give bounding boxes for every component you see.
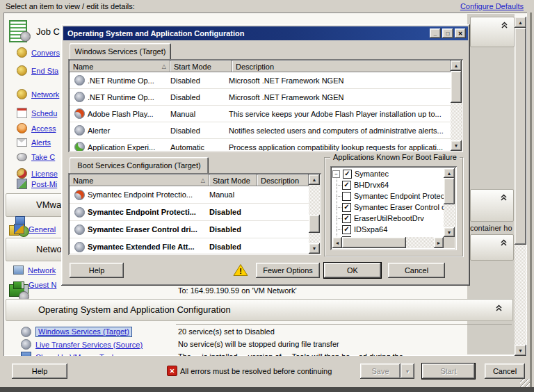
checkbox[interactable] [342, 192, 351, 201]
sidebar-item-conversion[interactable]: Convers [17, 47, 60, 58]
scroll-up-button[interactable]: ▲ [309, 174, 320, 185]
tab-windows-services[interactable]: Windows Services (Target) [70, 43, 171, 59]
start-button[interactable]: Start [422, 364, 475, 379]
table-row[interactable]: .NET Runtime Op... Disabled Microsoft .N… [70, 89, 451, 106]
checkbox[interactable]: ✓ [342, 203, 351, 212]
table-row[interactable]: Adobe Flash Play... Manual This service … [70, 106, 451, 122]
save-dropdown-button[interactable]: ▼ [400, 364, 414, 379]
tree-item[interactable]: ✓ IDSxpa64 [332, 224, 387, 235]
scrollbar-thumb[interactable] [342, 237, 406, 248]
tree-item-root[interactable]: − ✓ Symantec [332, 168, 389, 179]
sidebar-item-take-control[interactable]: Take C [17, 153, 55, 161]
minimize-button[interactable]: _ [430, 28, 441, 38]
tree-item[interactable]: ✓ EraserUtilRebootDrv [332, 213, 424, 224]
sidebar-link-label[interactable]: Convers [31, 49, 60, 57]
os-row-clipped[interactable]: Clean Up VMware Tools [21, 352, 118, 356]
sidebar-item-post-migration[interactable]: Post-Mi [17, 179, 57, 189]
chevron-collapse-icon[interactable] [500, 194, 508, 202]
close-button[interactable]: ✕ [455, 28, 466, 38]
chevron-collapse-icon[interactable] [501, 22, 508, 29]
sidebar-item-schedule[interactable]: Schedu [17, 108, 57, 118]
sidebar-link-label[interactable]: Take C [31, 153, 55, 161]
sidebar-link-label[interactable]: Alerts [31, 138, 51, 147]
scrollbar-thumb[interactable] [309, 215, 320, 233]
help-button[interactable]: Help [12, 364, 67, 379]
checkbox[interactable]: ✓ [343, 170, 352, 179]
configure-defaults-link[interactable]: Configure Defaults [460, 2, 524, 10]
tree-vertical-scrollbar[interactable]: ▲ ▼ [444, 168, 455, 237]
table-row[interactable]: Application Experi... Automatic Process … [70, 139, 451, 151]
column-header-name[interactable]: Name△ [70, 60, 170, 72]
general-link-label[interactable]: General [29, 225, 56, 234]
sidebar-link-label[interactable]: Schedu [31, 109, 57, 117]
collapse-panel-network[interactable] [470, 234, 514, 261]
sidebar-link-label[interactable]: Network [31, 90, 59, 99]
dialog-help-button[interactable]: Help [70, 263, 124, 278]
sidebar-item-network[interactable]: Network [17, 89, 59, 99]
tree-item[interactable]: ✓ Symantec Eraser Control c [332, 202, 444, 213]
checkbox[interactable]: ✓ [342, 181, 351, 190]
table-row[interactable]: Symantec Endpoint Protectio... Manual [70, 186, 309, 204]
tree-item[interactable]: Symantec Endpoint Protec [332, 190, 444, 202]
column-header-name[interactable]: Name△ [70, 174, 209, 186]
dialog-cancel-button[interactable]: Cancel [388, 263, 445, 278]
scroll-right-button[interactable]: ► [434, 237, 444, 248]
tree-horizontal-scrollbar[interactable]: ◄ ► [332, 237, 444, 248]
scrollbar-thumb[interactable] [451, 71, 462, 103]
scroll-down-button[interactable]: ▼ [515, 345, 526, 356]
tab-boot-services[interactable]: Boot Services Configuration (Target) [70, 157, 209, 173]
link-general[interactable]: General [14, 224, 56, 234]
chevron-collapse-icon[interactable] [500, 239, 508, 247]
link-guest-nic[interactable]: Guest N [13, 281, 56, 289]
column-header-description[interactable]: Description [257, 174, 309, 186]
table-row[interactable]: Symantec Extended File Att... Disabled [70, 238, 309, 254]
scroll-left-button[interactable]: ◄ [332, 237, 342, 248]
windows-services-link[interactable]: Windows Services (Target) [38, 327, 129, 336]
table-row[interactable]: Symantec Endpoint Protecti... Disabled [70, 204, 309, 221]
scroll-down-button[interactable]: ▼ [444, 227, 455, 237]
scroll-up-button[interactable]: ▲ [515, 17, 526, 28]
selected-item-box[interactable]: Windows Services (Target) [35, 327, 132, 337]
sidebar-link-label[interactable]: Access [31, 124, 56, 133]
live-transfer-link[interactable]: Live Transfer Services (Source) [35, 341, 143, 349]
fewer-options-button[interactable]: Fewer Options [256, 263, 320, 278]
table-row[interactable]: Symantec Eraser Control dri... Disabled [70, 221, 309, 238]
os-row-windows-services[interactable]: Windows Services (Target) [21, 327, 132, 337]
sidebar-link-label[interactable]: Post-Mi [31, 180, 57, 188]
table-row[interactable]: Alerter Disabled Notifies selected users… [70, 122, 451, 139]
network-link-label[interactable]: Network [28, 266, 56, 275]
sidebar-link-label[interactable]: End Sta [31, 67, 58, 75]
checkbox[interactable]: ✓ [342, 225, 351, 234]
sidebar-item-license[interactable]: License [17, 168, 58, 179]
save-button[interactable]: Save [360, 364, 400, 379]
scrollbar-thumb[interactable] [515, 28, 526, 245]
ok-button[interactable]: OK [324, 263, 381, 278]
scroll-down-button[interactable]: ▼ [309, 243, 320, 254]
services-scrollbar[interactable]: ▲ ▼ [451, 60, 462, 151]
checkbox[interactable]: ✓ [342, 214, 351, 223]
collapse-panel-vmware[interactable] [470, 189, 514, 222]
clipped-row-link[interactable]: Clean Up VMware Tools [35, 353, 118, 357]
tree-item[interactable]: ✓ BHDrvx64 [332, 179, 389, 190]
main-scrollbar[interactable]: ▲ ▼ [515, 17, 526, 356]
scroll-up-button[interactable]: ▲ [451, 60, 462, 71]
sidebar-item-access[interactable]: Access [17, 123, 56, 133]
scrollbar-thumb[interactable] [444, 178, 455, 204]
table-row[interactable]: .NET Runtime Op... Disabled Microsoft .N… [70, 72, 451, 89]
sidebar-item-alerts[interactable]: Alerts [17, 138, 51, 147]
column-header-start-mode[interactable]: Start Mode [209, 174, 257, 186]
column-header-description[interactable]: Description [232, 60, 451, 72]
collapse-expander-icon[interactable]: − [332, 170, 340, 178]
sidebar-link-label[interactable]: License [31, 170, 58, 178]
chevron-collapse-icon[interactable] [495, 304, 503, 312]
os-row-live-transfer[interactable]: Live Transfer Services (Source) [21, 339, 143, 350]
cancel-button[interactable]: Cancel [485, 364, 525, 379]
link-network-settings[interactable]: Network [13, 266, 56, 275]
dialog-titlebar[interactable]: Operating System and Application Configu… [63, 26, 468, 40]
scroll-up-button[interactable]: ▲ [444, 168, 455, 178]
boot-services-scrollbar[interactable]: ▲ ▼ [309, 174, 320, 254]
sidebar-item-end-state[interactable]: End Sta [17, 65, 58, 76]
guest-nic-link-label[interactable]: Guest N [29, 281, 56, 289]
collapse-panel-top[interactable] [470, 17, 515, 47]
scroll-down-button[interactable]: ▼ [451, 140, 462, 151]
